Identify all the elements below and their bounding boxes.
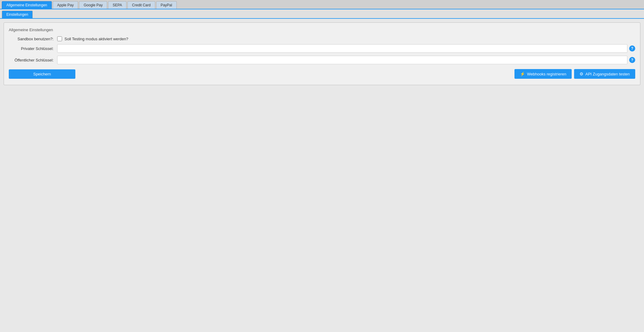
save-button[interactable]: Speichern [9, 69, 75, 79]
sandbox-checkbox-wrap: Soll Testing modus aktiviert werden? [57, 36, 128, 41]
public-key-label: Öffentlicher Schlüssel: [9, 58, 57, 62]
api-test-button-label: API Zugangsdaten testen [585, 72, 630, 76]
tab-credit-card[interactable]: Credit Card [127, 1, 155, 9]
right-buttons: ⚡ Webhooks registrieren ⚙ API Zugangsdat… [514, 69, 635, 79]
public-key-input[interactable] [57, 56, 627, 64]
private-key-input[interactable] [57, 44, 627, 53]
sandbox-hint: Soll Testing modus aktiviert werden? [64, 37, 128, 41]
buttons-row: Speichern ⚡ Webhooks registrieren ⚙ API … [9, 69, 635, 79]
gear-icon: ⚙ [580, 71, 583, 76]
tab-sepa[interactable]: SEPA [108, 1, 126, 9]
public-key-help-icon[interactable]: ? [629, 57, 635, 63]
settings-legend: Allgemeine Einstellungen [9, 28, 635, 32]
public-key-wrap: ? [57, 56, 635, 64]
tab-apple-pay[interactable]: Apple Pay [53, 1, 78, 9]
settings-box: Allgemeine Einstellungen Sandbox benutze… [4, 22, 640, 85]
sandbox-control-wrap: Soll Testing modus aktiviert werden? [57, 36, 635, 41]
lightning-icon: ⚡ [520, 71, 525, 76]
api-test-button[interactable]: ⚙ API Zugangsdaten testen [574, 69, 635, 79]
public-key-row: Öffentlicher Schlüssel: ? [9, 56, 635, 64]
private-key-help-icon[interactable]: ? [629, 45, 635, 51]
tab-einstellungen[interactable]: Einstellungen [2, 11, 33, 18]
tab-allgemeine-einstellungen[interactable]: Allgemeine Einstellungen [2, 1, 52, 9]
sandbox-checkbox[interactable] [57, 36, 62, 41]
private-key-row: Privater Schlüssel: ? [9, 44, 635, 53]
sandbox-label: Sandbox benutzen?: [9, 37, 57, 41]
tab-google-pay[interactable]: Google Pay [79, 1, 107, 9]
private-key-wrap: ? [57, 44, 635, 53]
private-key-label: Privater Schlüssel: [9, 46, 57, 51]
webhooks-button-label: Webhooks registrieren [527, 72, 566, 76]
main-content: Allgemeine Einstellungen Sandbox benutze… [0, 19, 644, 330]
sub-nav: Einstellungen [0, 9, 644, 19]
tab-paypal[interactable]: PayPal [156, 1, 177, 9]
sandbox-row: Sandbox benutzen?: Soll Testing modus ak… [9, 36, 635, 41]
webhooks-button[interactable]: ⚡ Webhooks registrieren [514, 69, 572, 79]
top-nav: Allgemeine Einstellungen Apple Pay Googl… [0, 0, 644, 9]
